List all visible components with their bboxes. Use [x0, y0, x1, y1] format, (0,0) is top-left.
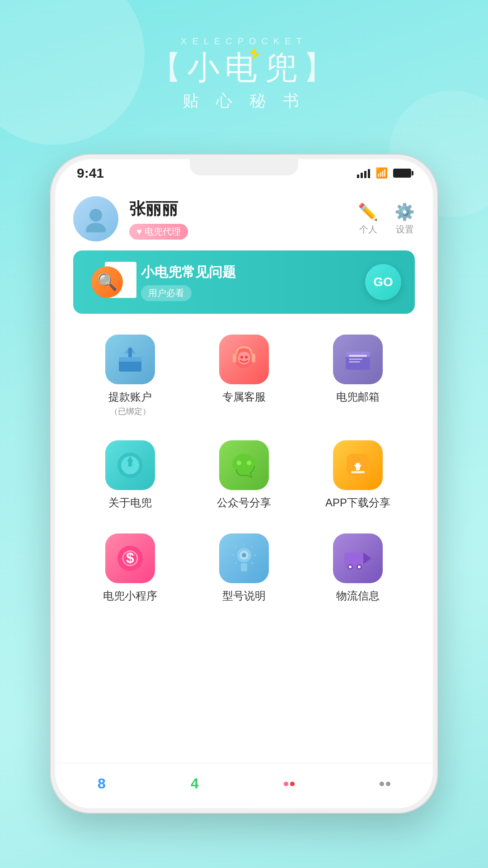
svg-rect-5 — [128, 348, 132, 357]
wechat-icon — [219, 440, 269, 490]
menu-item-mini[interactable]: $ 电兜小程序 — [73, 526, 187, 610]
svg-point-8 — [240, 356, 243, 359]
banner-magnify: 🔍 — [91, 266, 123, 298]
svg-rect-20 — [128, 458, 132, 467]
svg-line-41 — [235, 562, 237, 564]
logo-area: XELECPOCKET 【 小 电 兜 】 贴 心 秘 书 — [0, 36, 488, 112]
banner-go-button[interactable]: GO — [365, 264, 401, 300]
withdraw-sublabel: （已绑定） — [110, 406, 150, 417]
svg-point-34 — [242, 553, 246, 557]
svg-marker-44 — [363, 552, 371, 564]
menu-item-app[interactable]: APP下载分享 — [301, 433, 415, 517]
svg-rect-43 — [344, 552, 363, 566]
svg-line-38 — [251, 562, 253, 564]
svg-point-48 — [358, 566, 361, 568]
tab-bar: 8 4 — [55, 763, 433, 808]
svg-point-24 — [247, 461, 251, 465]
mini-icon: $ — [105, 533, 155, 583]
tab-dots-4 — [380, 782, 390, 786]
battery-icon — [393, 169, 411, 178]
menu-grid: 提款账户 （已绑定） — [73, 327, 415, 610]
about-icon — [105, 440, 155, 490]
menu-item-service[interactable]: 专属客服 — [187, 327, 301, 424]
phone-inner: 9:41 📶 — [55, 159, 433, 808]
tab-item-1[interactable]: 8 — [98, 775, 106, 792]
menu-item-wechat[interactable]: 公众号分享 — [187, 433, 301, 517]
svg-point-47 — [349, 566, 352, 568]
edit-icon: ✏️ — [358, 203, 378, 222]
svg-rect-3 — [119, 357, 141, 362]
wifi-icon: 📶 — [375, 167, 388, 179]
logistics-icon — [333, 533, 383, 583]
logo-main: 【 小 电 兜 】 — [150, 49, 338, 85]
wechat-label: 公众号分享 — [217, 495, 271, 510]
tab-item-3[interactable] — [284, 782, 295, 786]
settings-icon: ⚙️ — [394, 203, 415, 222]
service-icon — [219, 335, 269, 384]
profile-name: 张丽丽 — [129, 198, 358, 220]
app-content: 张丽丽 ♥ 电兜代理 ✏️ 个人 ⚙️ 设置 — [55, 181, 433, 610]
avatar-icon — [82, 205, 109, 232]
profile-badge: ♥ 电兜代理 — [129, 224, 188, 240]
model-icon — [219, 533, 269, 583]
svg-rect-28 — [351, 471, 365, 473]
menu-item-model[interactable]: 型号说明 — [187, 526, 301, 610]
status-time: 9:41 — [77, 165, 104, 181]
app-label: APP下载分享 — [325, 495, 390, 510]
svg-point-1 — [86, 223, 106, 232]
menu-item-about[interactable]: 关于电兜 — [73, 433, 187, 517]
signal-bars-icon — [357, 168, 370, 178]
banner-image: 🔍 — [78, 259, 136, 305]
menu-item-mail[interactable]: 电兜邮箱 — [301, 327, 415, 424]
profile-section: 张丽丽 ♥ 电兜代理 ✏️ 个人 ⚙️ 设置 — [73, 185, 415, 250]
tab-dots-3 — [284, 782, 295, 786]
mail-icon — [333, 335, 383, 384]
tab-badge-1: 8 — [98, 775, 106, 792]
faq-banner[interactable]: 🔍 小电兜常见问题 用户必看 GO — [73, 250, 415, 314]
logistics-label: 物流信息 — [336, 589, 380, 603]
edit-label: 个人 — [359, 223, 377, 236]
svg-line-36 — [251, 547, 253, 548]
svg-rect-11 — [252, 354, 255, 363]
withdraw-label: 提款账户 — [108, 390, 152, 404]
svg-point-9 — [245, 356, 248, 359]
menu-item-withdraw[interactable]: 提款账户 （已绑定） — [73, 327, 187, 424]
settings-button[interactable]: ⚙️ 设置 — [394, 203, 415, 236]
tab-item-2[interactable]: 4 — [191, 775, 199, 792]
profile-actions: ✏️ 个人 ⚙️ 设置 — [358, 203, 415, 236]
tab-item-4[interactable] — [380, 782, 390, 786]
tagline: 贴 心 秘 书 — [183, 90, 305, 112]
logo-subtitle: XELECPOCKET — [181, 36, 307, 47]
about-label: 关于电兜 — [108, 495, 152, 510]
profile-info: 张丽丽 ♥ 电兜代理 — [129, 198, 358, 240]
phone-mockup: 9:41 📶 — [50, 154, 438, 814]
phone-notch — [190, 159, 298, 175]
service-label: 专属客服 — [222, 390, 266, 404]
settings-label: 设置 — [396, 223, 414, 236]
model-label: 型号说明 — [222, 589, 266, 603]
app-icon — [333, 440, 383, 490]
svg-rect-16 — [349, 361, 360, 363]
badge-label: 电兜代理 — [145, 226, 181, 238]
banner-title: 小电兜常见问题 — [141, 263, 365, 282]
svg-point-23 — [237, 461, 241, 465]
svg-rect-42 — [241, 563, 247, 571]
svg-rect-14 — [349, 355, 367, 357]
avatar — [73, 196, 118, 241]
svg-point-0 — [89, 209, 102, 222]
withdraw-icon — [105, 335, 155, 384]
svg-rect-10 — [233, 354, 236, 363]
svg-rect-27 — [356, 463, 360, 470]
menu-item-logistics[interactable]: 物流信息 — [301, 526, 415, 610]
status-icons: 📶 — [357, 167, 411, 179]
mini-label: 电兜小程序 — [103, 589, 157, 603]
mail-label: 电兜邮箱 — [336, 390, 380, 404]
svg-line-39 — [235, 547, 237, 548]
svg-rect-15 — [349, 359, 362, 360]
banner-text: 小电兜常见问题 用户必看 — [136, 263, 365, 301]
tab-badge-2: 4 — [191, 775, 199, 792]
edit-profile-button[interactable]: ✏️ 个人 — [358, 203, 378, 236]
banner-subtitle: 用户必看 — [148, 288, 184, 298]
